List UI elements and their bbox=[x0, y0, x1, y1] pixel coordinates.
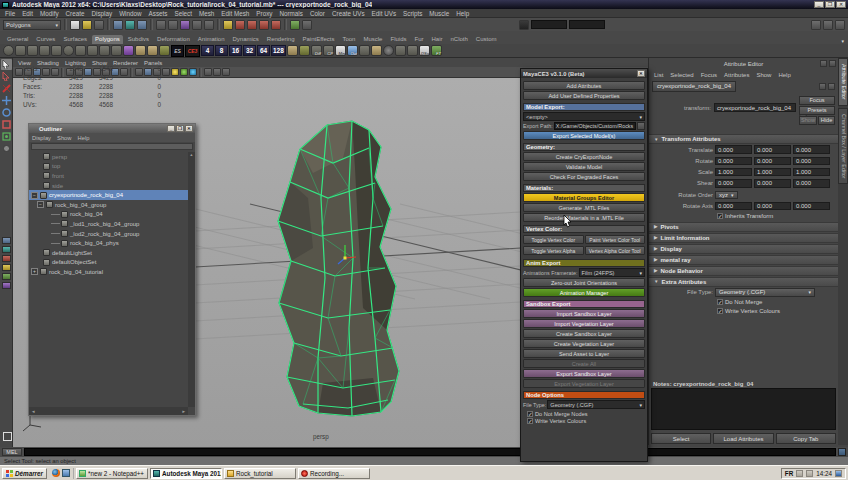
focus-button[interactable]: Focus bbox=[799, 96, 835, 105]
paint-vertex-color-tool-button[interactable]: Paint Vertex Color Tool bbox=[585, 235, 646, 244]
copy-tab-button[interactable]: Copy Tab bbox=[776, 433, 836, 444]
menu-muscle[interactable]: Muscle bbox=[429, 10, 449, 17]
load-attributes-button[interactable]: Load Attributes bbox=[713, 433, 773, 444]
generate-mtl-files-button[interactable]: Generate .MTL Files bbox=[523, 203, 645, 212]
hook-shelf-icon[interactable] bbox=[383, 45, 394, 56]
scale-x-field[interactable]: 1.000 bbox=[715, 168, 752, 177]
menu-edit-uvs[interactable]: Edit UVs bbox=[372, 10, 397, 17]
close-icon[interactable]: ✕ bbox=[185, 125, 193, 132]
outliner-vertical-scrollbar[interactable]: ▴ bbox=[188, 152, 195, 407]
import-vegetation-layer-button[interactable]: Import Vegetation Layer bbox=[523, 319, 645, 328]
shelf-button-128[interactable]: 128 bbox=[271, 45, 286, 56]
new-scene-icon[interactable] bbox=[70, 20, 80, 30]
window-titlebar[interactable]: Autodesk Maya 2012 x64: C:\Users\Klaxs\D… bbox=[0, 0, 848, 9]
ae-menu-focus[interactable]: Focus bbox=[701, 72, 717, 78]
shelf-button-8[interactable]: 8 bbox=[215, 45, 228, 56]
scroll-left-icon[interactable]: ◄ bbox=[31, 409, 35, 414]
select-button[interactable]: Select bbox=[651, 433, 711, 444]
check-degraded-faces-button[interactable]: Check For Degraded Faces bbox=[523, 172, 645, 181]
menu-select[interactable]: Select bbox=[174, 10, 192, 17]
scroll-right-icon[interactable]: ► bbox=[182, 409, 186, 414]
menu-window[interactable]: Window bbox=[119, 10, 141, 17]
display-section[interactable]: ▶ Display bbox=[649, 244, 838, 254]
create-cryexportnode-button[interactable]: Create CryExportNode bbox=[523, 152, 645, 161]
ae-menu-selected[interactable]: Selected bbox=[670, 72, 693, 78]
materials-header[interactable]: Materials: bbox=[523, 184, 645, 192]
es-shelf-icon[interactable]: ES bbox=[171, 45, 184, 57]
node-tab-cryexportnode[interactable]: cryexportnode_rock_big_04 bbox=[652, 81, 736, 92]
keyboard-tray-icon[interactable] bbox=[796, 470, 803, 477]
poly-plane-icon[interactable] bbox=[51, 45, 62, 56]
export-selected-models-button[interactable]: Export Selected Model(s) bbox=[523, 131, 645, 140]
mel-input-field[interactable] bbox=[24, 448, 836, 456]
translate-y-field[interactable]: 0.000 bbox=[754, 145, 791, 154]
network-tray-icon[interactable] bbox=[835, 470, 842, 477]
tab-attribute-editor[interactable]: Attribute Editor bbox=[838, 58, 848, 106]
vp-hud-toggle-icon[interactable] bbox=[222, 68, 230, 76]
coordinate-input-x[interactable] bbox=[531, 20, 567, 29]
shelf-tab-animation[interactable]: Animation bbox=[195, 35, 228, 44]
ae-write-vertex-colours-checkbox[interactable]: ✓ Write Vertex Colours bbox=[649, 307, 838, 316]
shear-z-field[interactable]: 0.000 bbox=[793, 179, 830, 188]
mat-shelf-icon[interactable] bbox=[371, 45, 382, 56]
pivots-section[interactable]: ▶ Pivots bbox=[649, 222, 838, 232]
select-tool[interactable] bbox=[1, 59, 12, 70]
expander-open-icon[interactable]: − bbox=[31, 192, 38, 199]
minimize-icon[interactable]: _ bbox=[814, 1, 824, 8]
outliner-menu-help[interactable]: Help bbox=[78, 135, 90, 141]
anim-shelf-icon[interactable] bbox=[395, 45, 406, 56]
layout-four-view-button[interactable] bbox=[2, 246, 11, 253]
framerate-dropdown[interactable]: Film (24FPS) ▾ bbox=[579, 268, 645, 277]
menu-mesh[interactable]: Mesh bbox=[199, 10, 214, 17]
rotate-axis-y-field[interactable]: 0.000 bbox=[754, 202, 791, 211]
taskbar-item-notepad[interactable]: *new 2 - Notepad++ bbox=[76, 468, 148, 479]
render-current-frame-icon[interactable] bbox=[247, 20, 257, 30]
inherits-transform-checkbox[interactable]: ✓ Inherits Transform bbox=[649, 212, 838, 221]
shelf-tab-muscle[interactable]: Muscle bbox=[360, 35, 385, 44]
scale-z-field[interactable]: 1.000 bbox=[793, 168, 830, 177]
menu-scripts[interactable]: Scripts bbox=[403, 10, 422, 17]
outliner-item-default-light-set[interactable]: defaultLightSet bbox=[29, 248, 188, 258]
mel-toggle-button[interactable]: MEL bbox=[2, 448, 22, 456]
poly-cube-icon[interactable] bbox=[15, 45, 26, 56]
shelf-tab-dynamics[interactable]: Dynamics bbox=[229, 35, 261, 44]
menu-normals[interactable]: Normals bbox=[279, 10, 302, 17]
create-sandbox-layer-button[interactable]: Create Sandbox Layer bbox=[523, 329, 645, 338]
menu-proxy[interactable]: Proxy bbox=[256, 10, 272, 17]
poly-torus-icon[interactable] bbox=[63, 45, 74, 56]
shelf-tab-general[interactable]: General bbox=[4, 35, 31, 44]
toggle-vertex-alpha-button[interactable]: Toggle Vertex Alpha bbox=[523, 246, 584, 255]
rotate-z-field[interactable]: 0.000 bbox=[793, 157, 830, 166]
animation-manager-button[interactable]: Animation Manager bbox=[523, 288, 645, 297]
menu-color[interactable]: Color bbox=[310, 10, 325, 17]
outliner-item-rock[interactable]: rock_big_04 bbox=[29, 210, 188, 220]
node-behavior-section[interactable]: ▶ Node Behavior bbox=[649, 266, 838, 276]
taskbar-item-recording[interactable]: Recording... bbox=[298, 468, 370, 479]
hide-button[interactable]: Hide bbox=[818, 116, 835, 125]
taskbar-item-maya[interactable]: Autodesk Maya 2012 ... bbox=[150, 468, 222, 479]
cp-shelf-icon[interactable]: CP bbox=[323, 45, 334, 56]
script-editor-icon[interactable] bbox=[838, 448, 846, 456]
render-settings-icon[interactable] bbox=[271, 20, 281, 30]
coordinate-entry-icon[interactable] bbox=[519, 20, 529, 30]
close-icon[interactable]: ✕ bbox=[637, 70, 645, 77]
outliner-item-default-object-set[interactable]: defaultObjectSet bbox=[29, 258, 188, 268]
rotate-tool[interactable] bbox=[1, 107, 12, 118]
poly-smooth-icon[interactable] bbox=[123, 45, 134, 56]
snap-curve-icon[interactable] bbox=[168, 20, 178, 30]
shelf-tab-custom[interactable]: Custom bbox=[473, 35, 500, 44]
select-component-icon[interactable] bbox=[137, 20, 147, 30]
transform-attributes-section[interactable]: ▼ Transform Attributes bbox=[649, 134, 838, 144]
outliner-item-side[interactable]: side bbox=[29, 181, 188, 191]
menu-display[interactable]: Display bbox=[91, 10, 112, 17]
menu-help[interactable]: Help bbox=[456, 10, 469, 17]
node-options-header[interactable]: Node Options bbox=[523, 391, 645, 399]
shelf-button-4[interactable]: 4 bbox=[201, 45, 214, 56]
outliner-titlebar[interactable]: Outliner _ ❐ ✕ bbox=[29, 124, 195, 133]
show-button[interactable]: Show bbox=[799, 116, 817, 125]
rotate-y-field[interactable]: 0.000 bbox=[754, 157, 791, 166]
lasso-tool[interactable] bbox=[1, 71, 12, 82]
diff-shelf-icon[interactable]: Diff bbox=[311, 45, 322, 56]
ce3-shelf-icon[interactable]: CE3 bbox=[185, 45, 200, 57]
vp-select-camera-icon[interactable] bbox=[15, 68, 23, 76]
